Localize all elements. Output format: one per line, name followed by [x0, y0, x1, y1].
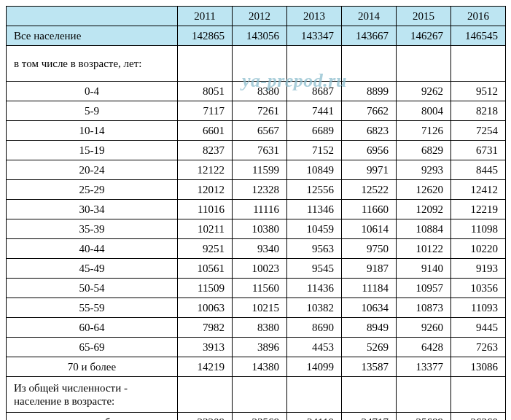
age-val-7-5: 11098	[451, 219, 506, 239]
age-val-4-5: 8445	[451, 160, 506, 180]
group-val-0-4: 25689	[397, 413, 451, 421]
age-label-3: 15-19	[7, 141, 178, 160]
age-header-blank-5	[451, 46, 506, 82]
age-val-8-5: 10220	[451, 239, 506, 259]
age-val-8-2: 9563	[287, 239, 342, 259]
age-label-6: 30-34	[7, 200, 178, 219]
group-header-blank-4	[397, 377, 451, 413]
header-year-2: 2013	[287, 7, 342, 26]
age-val-8-4: 10122	[397, 239, 451, 259]
age-header: в том числе в возрасте, лет:	[7, 46, 178, 82]
age-val-1-5: 8218	[451, 101, 506, 121]
age-val-2-2: 6689	[287, 121, 342, 141]
age-val-3-0: 8237	[178, 141, 233, 160]
age-val-11-1: 10215	[233, 298, 287, 318]
age-val-0-2: 8687	[287, 82, 342, 101]
total-val-0: 142865	[178, 26, 233, 46]
age-label-10: 50-54	[7, 279, 178, 298]
age-val-13-4: 6428	[397, 338, 451, 357]
age-val-10-5: 10356	[451, 279, 506, 298]
age-val-7-1: 10380	[233, 219, 287, 239]
age-val-14-2: 14099	[287, 357, 342, 377]
age-val-12-2: 8690	[287, 318, 342, 338]
age-val-5-4: 12620	[397, 180, 451, 200]
age-label-2: 10-14	[7, 121, 178, 141]
group-val-0-2: 24110	[287, 413, 342, 421]
age-val-9-3: 9187	[342, 259, 397, 279]
age-label-7: 35-39	[7, 219, 178, 239]
age-val-9-5: 9193	[451, 259, 506, 279]
age-label-9: 45-49	[7, 259, 178, 279]
age-val-10-4: 10957	[397, 279, 451, 298]
age-val-5-0: 12012	[178, 180, 233, 200]
age-val-14-5: 13086	[451, 357, 506, 377]
age-val-14-3: 13587	[342, 357, 397, 377]
age-val-3-4: 6829	[397, 141, 451, 160]
age-label-4: 20-24	[7, 160, 178, 180]
age-val-4-2: 10849	[287, 160, 342, 180]
age-header-blank-1	[233, 46, 287, 82]
total-val-4: 146267	[397, 26, 451, 46]
age-val-3-1: 7631	[233, 141, 287, 160]
age-val-11-2: 10382	[287, 298, 342, 318]
age-val-1-2: 7441	[287, 101, 342, 121]
age-val-7-3: 10614	[342, 219, 397, 239]
age-val-11-0: 10063	[178, 298, 233, 318]
total-val-5: 146545	[451, 26, 506, 46]
group-header-blank-3	[342, 377, 397, 413]
age-val-7-2: 10459	[287, 219, 342, 239]
age-val-12-3: 8949	[342, 318, 397, 338]
age-header-blank-0	[178, 46, 233, 82]
header-blank	[7, 7, 178, 26]
age-val-13-2: 4453	[287, 338, 342, 357]
age-val-14-1: 14380	[233, 357, 287, 377]
group-header-blank-0	[178, 377, 233, 413]
age-val-6-5: 12219	[451, 200, 506, 219]
age-val-3-2: 7152	[287, 141, 342, 160]
age-val-6-4: 12092	[397, 200, 451, 219]
age-label-0: 0-4	[7, 82, 178, 101]
age-val-14-4: 13377	[397, 357, 451, 377]
age-val-12-1: 8380	[233, 318, 287, 338]
age-header-blank-3	[342, 46, 397, 82]
age-val-2-0: 6601	[178, 121, 233, 141]
age-val-5-3: 12522	[342, 180, 397, 200]
age-val-0-3: 8899	[342, 82, 397, 101]
age-val-11-3: 10634	[342, 298, 397, 318]
total-val-2: 143347	[287, 26, 342, 46]
age-val-13-3: 5269	[342, 338, 397, 357]
population-table: 201120122013201420152016Все население142…	[6, 6, 506, 420]
age-val-5-5: 12412	[451, 180, 506, 200]
group-val-0-1: 23568	[233, 413, 287, 421]
age-val-10-1: 11560	[233, 279, 287, 298]
group-header: Из общей численности - население в возра…	[7, 377, 178, 413]
header-year-4: 2015	[397, 7, 451, 26]
age-label-1: 5-9	[7, 101, 178, 121]
age-val-4-3: 9971	[342, 160, 397, 180]
age-val-10-3: 11184	[342, 279, 397, 298]
age-val-8-0: 9251	[178, 239, 233, 259]
age-val-4-1: 11599	[233, 160, 287, 180]
age-val-8-3: 9750	[342, 239, 397, 259]
age-val-9-0: 10561	[178, 259, 233, 279]
age-val-0-0: 8051	[178, 82, 233, 101]
group-label-0: моложе трудоспособного	[7, 413, 178, 421]
total-val-1: 143056	[233, 26, 287, 46]
age-val-7-4: 10884	[397, 219, 451, 239]
age-val-11-4: 10873	[397, 298, 451, 318]
age-val-10-0: 11509	[178, 279, 233, 298]
age-val-13-1: 3896	[233, 338, 287, 357]
age-val-3-5: 6731	[451, 141, 506, 160]
age-val-2-5: 7254	[451, 121, 506, 141]
age-val-6-0: 11016	[178, 200, 233, 219]
header-year-0: 2011	[178, 7, 233, 26]
age-label-13: 65-69	[7, 338, 178, 357]
age-val-6-2: 11346	[287, 200, 342, 219]
age-val-5-2: 12556	[287, 180, 342, 200]
age-val-1-0: 7117	[178, 101, 233, 121]
age-header-blank-4	[397, 46, 451, 82]
group-header-blank-2	[287, 377, 342, 413]
age-val-0-5: 9512	[451, 82, 506, 101]
age-val-10-2: 11436	[287, 279, 342, 298]
age-val-4-4: 9293	[397, 160, 451, 180]
